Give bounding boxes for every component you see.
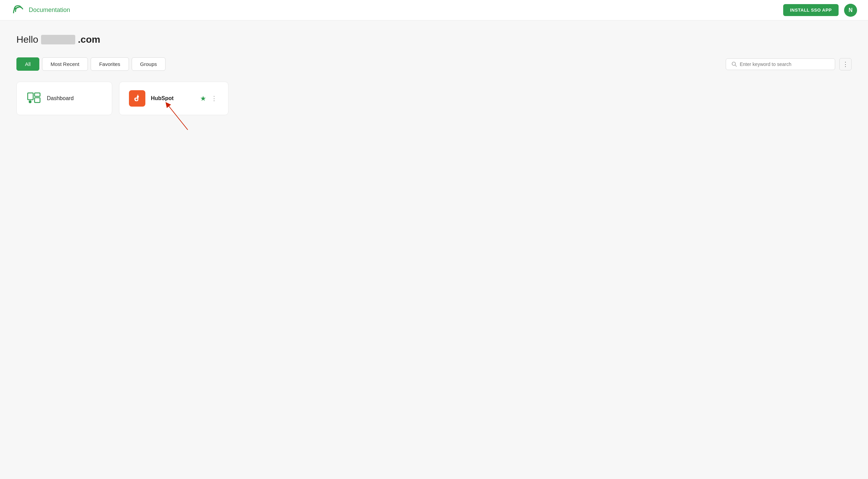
dashboard-label: Dashboard xyxy=(47,95,74,101)
domain-text: .com xyxy=(78,34,100,45)
hubspot-kebab-button[interactable]: ⋮ xyxy=(210,93,219,104)
dashboard-icon xyxy=(26,91,41,106)
main-content: Hello .com All Most Recent Favorites Gro… xyxy=(0,20,868,129)
annotation-arrow xyxy=(160,99,201,133)
hello-text: Hello xyxy=(16,34,38,45)
favorite-star-icon[interactable]: ★ xyxy=(200,94,206,102)
avatar[interactable]: N xyxy=(844,4,857,17)
arrow-annotation xyxy=(160,99,201,135)
svg-rect-3 xyxy=(35,93,40,96)
search-box xyxy=(726,58,835,70)
kebab-dots-icon: ⋮ xyxy=(211,95,217,102)
card-dashboard[interactable]: Dashboard xyxy=(16,82,112,115)
header-right: INSTALL SSO APP N xyxy=(783,4,857,17)
svg-rect-4 xyxy=(35,98,40,102)
logo-area: Documentation xyxy=(11,3,70,17)
search-input[interactable] xyxy=(740,61,829,67)
tab-groups[interactable]: Groups xyxy=(132,57,166,71)
user-name-blurred xyxy=(41,35,75,44)
filter-row: All Most Recent Favorites Groups ⋮ xyxy=(16,57,852,71)
tab-favorites[interactable]: Favorites xyxy=(91,57,129,71)
svg-line-1 xyxy=(735,65,737,66)
app-header: Documentation INSTALL SSO APP N xyxy=(0,0,868,20)
hubspot-logo-icon xyxy=(132,93,142,104)
more-options-button[interactable]: ⋮ xyxy=(839,58,852,70)
svg-rect-2 xyxy=(28,93,33,100)
hubspot-card-actions: ★ ⋮ xyxy=(200,93,219,104)
app-title: Documentation xyxy=(29,6,70,14)
cards-grid: Dashboard HubSpot ★ ⋮ xyxy=(16,82,852,115)
brand-logo-icon xyxy=(11,3,25,17)
svg-point-5 xyxy=(29,100,31,103)
search-area: ⋮ xyxy=(726,58,852,70)
svg-line-10 xyxy=(167,104,188,130)
greeting-line: Hello .com xyxy=(16,34,852,45)
search-icon xyxy=(732,61,737,67)
hubspot-logo xyxy=(129,90,145,107)
install-sso-button[interactable]: INSTALL SSO APP xyxy=(783,4,839,16)
tab-group: All Most Recent Favorites Groups xyxy=(16,57,166,71)
tab-all[interactable]: All xyxy=(16,57,39,71)
svg-point-7 xyxy=(137,96,139,97)
tab-most-recent[interactable]: Most Recent xyxy=(42,57,88,71)
card-hubspot[interactable]: HubSpot ★ ⋮ xyxy=(119,82,228,115)
hubspot-label: HubSpot xyxy=(151,95,195,101)
kebab-icon: ⋮ xyxy=(842,60,849,68)
